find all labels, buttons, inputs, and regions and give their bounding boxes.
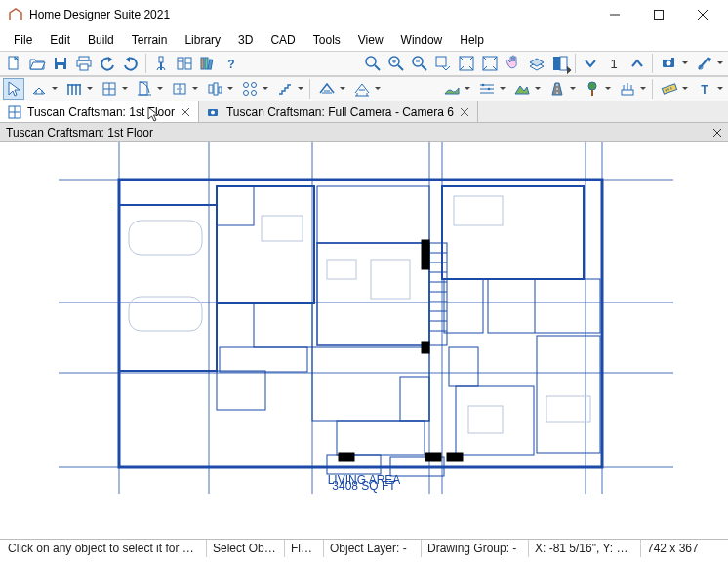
menu-view[interactable]: View [350,31,391,49]
tab-label: Tuscan Craftsman: Full Camera - Camera 6 [226,105,454,119]
tab-camera-view[interactable]: Tuscan Craftsman: Full Camera - Camera 6 [199,101,478,122]
menu-terrain[interactable]: Terrain [124,31,176,49]
menu-3d[interactable]: 3D [230,31,261,49]
mouse-cursor-icon [146,106,162,122]
tab-floor-plan[interactable]: Tuscan Craftsman: 1st Floor [0,101,199,122]
camera-tool-button[interactable] [657,53,690,74]
new-file-button[interactable] [3,53,24,74]
svg-point-67 [482,84,485,87]
svg-rect-114 [337,421,425,455]
library-browser-button[interactable] [197,53,219,74]
drawing-canvas[interactable]: LIVING AREA 3408 SQ FT [0,142,728,539]
status-select: Select Object… [207,540,285,557]
help-button[interactable]: ? [221,53,242,74]
structure-tool-button[interactable] [349,78,383,100]
svg-rect-18 [205,58,208,69]
road-tool-button[interactable] [545,78,578,100]
menu-edit[interactable]: Edit [42,31,78,49]
menu-cad[interactable]: CAD [263,31,303,49]
status-dims: 742 x 367 [641,540,705,557]
svg-rect-133 [262,216,303,241]
cross-section-button[interactable] [692,53,725,74]
terrain-feature-button[interactable] [509,78,543,100]
select-tool-button[interactable] [3,78,24,100]
svg-rect-115 [400,377,429,421]
open-file-button[interactable] [26,53,48,74]
sprinkler-tool-button[interactable] [615,78,648,100]
print-button[interactable] [73,53,95,74]
display-options-button[interactable] [174,53,195,74]
menu-library[interactable]: Library [177,31,228,49]
svg-rect-34 [560,57,567,70]
menu-build[interactable]: Build [80,31,122,49]
text-tool-button[interactable]: T [692,78,725,100]
svg-rect-131 [129,221,202,255]
tab-close-button[interactable] [181,107,190,117]
color-toggle-button[interactable] [549,53,571,74]
title-bar: Home Designer Suite 2021 [0,0,728,29]
dimension-tool-button[interactable] [657,78,690,100]
zoom-tool-button[interactable] [362,53,384,74]
undo-button[interactable] [97,53,118,74]
svg-line-38 [699,58,708,69]
svg-rect-141 [339,453,354,461]
svg-rect-104 [317,186,429,243]
electrical-tool-button[interactable] [237,78,270,100]
minimize-button[interactable] [592,0,636,29]
fill-window-button[interactable] [456,53,477,74]
svg-rect-19 [208,60,213,69]
svg-rect-1 [654,11,663,20]
menu-file[interactable]: File [6,31,40,49]
menu-tools[interactable]: Tools [305,31,348,49]
wall-tool-button[interactable] [26,78,60,100]
preferences-button[interactable] [150,53,172,74]
elevation-tool-button[interactable] [474,78,507,100]
zoom-out-button[interactable] [409,53,430,74]
svg-point-57 [244,83,249,88]
terrain-tool-button[interactable] [439,78,472,100]
status-bar: Click on any object to select it for mov… [0,539,728,556]
save-button[interactable] [50,53,71,74]
svg-line-28 [422,65,426,70]
appliance-tool-button[interactable] [202,78,235,100]
view-close-button[interactable] [712,128,722,138]
svg-rect-103 [217,186,254,225]
tab-close-button[interactable] [460,107,469,117]
redo-button[interactable] [120,53,142,74]
railing-tool-button[interactable] [61,78,95,100]
menu-help[interactable]: Help [452,31,492,49]
toolbar-2: T [0,76,728,101]
fill-window-bldg-button[interactable] [479,53,501,74]
svg-rect-113 [312,347,429,421]
zoom-in-button[interactable] [385,53,407,74]
camera-icon [207,105,221,119]
cabinet-tool-button[interactable] [167,78,200,100]
floor-up-button[interactable] [627,53,648,74]
undo-zoom-button[interactable] [432,53,454,74]
svg-point-59 [244,91,249,96]
door-tool-button[interactable] [132,78,165,100]
view-label: Tuscan Craftsman: 1st Floor [6,126,153,140]
svg-point-52 [177,88,179,90]
svg-rect-110 [254,303,312,347]
svg-rect-109 [317,243,429,345]
svg-rect-143 [447,453,463,461]
window-tool-button[interactable] [97,78,130,100]
plant-tool-button[interactable] [580,78,613,100]
close-button[interactable] [680,0,724,29]
toolbar-1: ? 1 [0,51,728,76]
svg-rect-37 [671,58,674,60]
stair-tool-button[interactable] [272,78,305,100]
reference-display-button[interactable] [526,53,547,74]
svg-rect-55 [214,83,218,95]
pan-button[interactable] [503,53,524,74]
menu-window[interactable]: Window [393,31,451,49]
svg-rect-108 [444,279,483,333]
roof-tool-button[interactable] [314,78,347,100]
document-tabs: Tuscan Craftsman: 1st Floor Tuscan Craft… [0,101,728,123]
floor-number[interactable]: 1 [603,53,625,74]
maximize-button[interactable] [636,0,680,29]
floor-down-button[interactable] [580,53,601,74]
svg-line-22 [375,65,380,70]
svg-rect-127 [456,386,534,455]
